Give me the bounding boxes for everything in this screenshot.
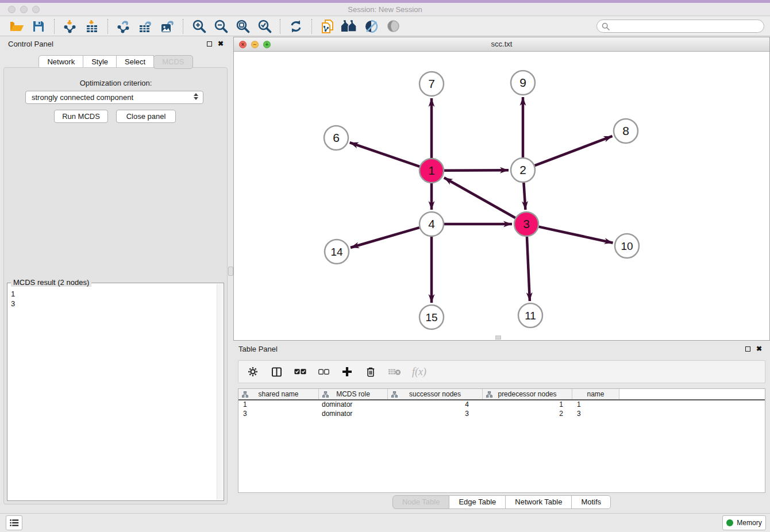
svg-text:6: 6 [333, 131, 340, 144]
graph-edge-1-6[interactable] [350, 142, 420, 167]
zoom-fit-button[interactable] [233, 18, 252, 35]
column-header-name[interactable]: name [572, 389, 619, 399]
graph-node-1[interactable]: 1 [419, 159, 444, 183]
graph-edge-2-8[interactable] [535, 136, 613, 165]
clone-network-button[interactable] [318, 18, 337, 35]
table-rows: 1dominator4113dominator323 [238, 400, 765, 419]
graph-node-14[interactable]: 14 [325, 240, 349, 264]
graph-node-8[interactable]: 8 [614, 119, 638, 143]
graph-edge-1-2[interactable] [444, 170, 509, 171]
network-window-titlebar[interactable]: × − + scc.txt [234, 37, 769, 52]
tab-motifs[interactable]: Motifs [571, 495, 611, 509]
run-mcds-button[interactable]: Run MCDS [54, 110, 108, 123]
save-session-button[interactable] [29, 18, 48, 35]
result-scrollbar[interactable] [217, 284, 223, 500]
tab-mcds[interactable]: MCDS [153, 55, 192, 69]
delete-column-button[interactable] [388, 365, 401, 379]
deselect-all-button[interactable] [317, 365, 330, 379]
float-panel-icon[interactable] [207, 41, 212, 47]
export-network-button[interactable] [114, 18, 133, 35]
vertical-splitter-grip[interactable] [228, 267, 233, 276]
attribute-hierarchy-icon [391, 391, 398, 398]
select-all-button[interactable] [294, 365, 306, 379]
table-toolbar: f(x) [238, 360, 765, 383]
float-table-panel-icon[interactable] [745, 346, 750, 352]
graph-node-9[interactable]: 9 [511, 71, 535, 95]
tab-node-table[interactable]: Node Table [392, 495, 450, 509]
open-session-button[interactable] [7, 18, 26, 35]
svg-text:9: 9 [519, 76, 526, 89]
delete-row-button[interactable] [364, 365, 377, 379]
graph-node-3[interactable]: 3 [514, 212, 538, 236]
mac-titlebar[interactable]: Session: New Session [0, 3, 770, 16]
hide-graphics-icon [387, 20, 400, 33]
graph-node-7[interactable]: 7 [419, 72, 444, 96]
optimization-criterion-select[interactable]: strongly connected component [25, 91, 203, 104]
graph-edge-3-10[interactable] [538, 227, 613, 243]
zoom-selected-button[interactable] [255, 18, 274, 35]
svg-text:1: 1 [428, 164, 435, 177]
hide-graphics-button[interactable] [384, 18, 402, 35]
table-row[interactable]: 1dominator411 [238, 400, 765, 410]
export-table-button[interactable] [136, 18, 155, 35]
import-table-icon [85, 20, 99, 33]
status-bar: Memory [0, 513, 770, 532]
cytoscape-window: Session: New Session [0, 0, 770, 532]
control-panel: Control Panel ✖ Network Style Select MCD… [0, 36, 232, 513]
canvas-splitter-grip[interactable] [495, 336, 501, 340]
open-folder-icon [9, 20, 24, 33]
column-header-mcds-role[interactable]: MCDS role [319, 389, 388, 399]
svg-text:11: 11 [525, 310, 536, 322]
table-row[interactable]: 3dominator323 [238, 410, 765, 419]
memory-button[interactable]: Memory [722, 515, 766, 530]
import-network-button[interactable] [61, 18, 79, 35]
table-panel: Table Panel ✖ [233, 343, 770, 513]
zoom-selected-icon [257, 19, 272, 33]
close-table-panel-icon[interactable]: ✖ [756, 346, 762, 352]
column-header-shared-name[interactable]: shared name [238, 389, 319, 399]
svg-text:4: 4 [428, 217, 435, 230]
column-header-successor-nodes[interactable]: successor nodes [388, 389, 483, 399]
tab-network-table[interactable]: Network Table [505, 495, 572, 509]
network-view-window: × − + scc.txt 1234678910111415 [233, 37, 770, 341]
toolbar-separator [107, 19, 108, 34]
function-builder-button[interactable]: f(x) [412, 365, 426, 379]
graphics-details-button[interactable] [362, 18, 380, 35]
close-panel-button[interactable]: Close panel [116, 110, 176, 123]
graph-node-11[interactable]: 11 [518, 303, 542, 327]
refresh-button[interactable] [287, 18, 305, 35]
graph-edge-2-3[interactable] [523, 183, 525, 210]
show-column-button[interactable] [270, 365, 283, 379]
network-canvas[interactable]: 1234678910111415 [234, 52, 769, 340]
close-panel-icon[interactable]: ✖ [218, 41, 224, 47]
add-row-button[interactable] [341, 365, 353, 379]
node-table[interactable]: shared name MCDS role successor nodes pr… [238, 388, 765, 493]
cyndex-home-button[interactable] [340, 18, 359, 35]
tab-edge-table[interactable]: Edge Table [449, 495, 506, 509]
graph-edge-3-1[interactable] [444, 178, 515, 218]
attribute-hierarchy-icon [486, 391, 492, 398]
graph-node-6[interactable]: 6 [324, 126, 348, 150]
export-image-button[interactable] [158, 18, 176, 35]
zoom-out-button[interactable] [211, 18, 230, 35]
graph-node-10[interactable]: 10 [615, 234, 639, 258]
column-header-predecessor-nodes[interactable]: predecessor nodes [483, 389, 572, 399]
table-panel-title: Table Panel [238, 345, 278, 353]
table-settings-button[interactable] [247, 365, 259, 379]
memory-label: Memory [737, 519, 761, 527]
graph-node-2[interactable]: 2 [511, 158, 535, 182]
mcds-result-legend: MCDS result (2 nodes) [11, 278, 91, 287]
graph-edge-3-11[interactable] [527, 237, 530, 301]
export-network-icon [117, 20, 130, 33]
search-input[interactable] [596, 20, 764, 33]
task-history-button[interactable] [6, 515, 22, 530]
graph-node-4[interactable]: 4 [419, 212, 444, 236]
select-stepper-icon [194, 93, 198, 100]
columns-icon [272, 367, 282, 377]
import-table-button[interactable] [83, 18, 101, 35]
export-table-icon [138, 20, 153, 33]
graph-edge-4-14[interactable] [351, 228, 419, 248]
toolbar-separator [54, 19, 55, 34]
zoom-in-button[interactable] [190, 18, 208, 35]
graph-node-15[interactable]: 15 [419, 305, 444, 329]
